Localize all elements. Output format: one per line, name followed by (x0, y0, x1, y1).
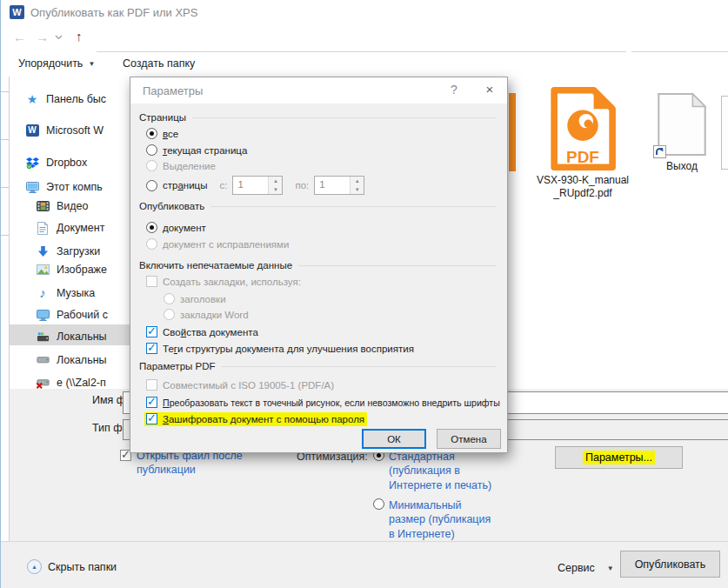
window-title: Опубликовать как PDF или XPS (30, 6, 197, 19)
checkbox-encrypt-password[interactable]: Зашифровать документ с помощью пароля (144, 412, 367, 426)
forward-icon[interactable]: → (36, 30, 49, 44)
new-folder-button[interactable]: Создать папку (123, 57, 195, 70)
sidebar-item-label: e (\\Zal2-п (57, 377, 106, 389)
organize-label: Упорядочить (18, 57, 83, 70)
hide-folders-button[interactable]: ▲ Скрыть папки (27, 559, 117, 574)
options-dialog: Параметры ? × Страницы все текущая стран… (130, 77, 508, 453)
sidebar-item-label: Dropbox (46, 157, 87, 169)
svg-text:PDF: PDF (566, 148, 599, 166)
sidebar-item-local-disk-c[interactable]: Локальны (36, 328, 107, 345)
sidebar-item-label: Локальны (57, 354, 107, 366)
options-button[interactable]: Параметры... (555, 446, 683, 469)
sidebar-item-pictures[interactable]: Изображе (36, 261, 107, 278)
sidebar-item-this-pc[interactable]: Этот компь (25, 178, 103, 196)
radio-label: закладки Word (180, 310, 249, 320)
close-icon[interactable]: × (478, 82, 501, 99)
radio-label: документ с исправлениями (163, 239, 289, 250)
group-non-printing: Включить непечатаемые данные (139, 260, 497, 271)
publish-button-label: Опубликовать (635, 558, 706, 571)
checkbox-structure-tags[interactable]: Теги структуры документа для улучшения в… (146, 343, 414, 354)
title-bar: Опубликовать как PDF или XPS (1, 0, 728, 24)
videos-icon (36, 199, 50, 213)
publish-button[interactable]: Опубликовать (620, 551, 720, 578)
to-label: по: (295, 180, 309, 190)
sidebar-item-label: Музыка (57, 287, 95, 299)
checkbox-pdfa: Совместимый с ISO 19005-1 (PDF/A) (146, 379, 334, 391)
radio-icon (146, 222, 157, 233)
checkbox-icon (146, 343, 157, 354)
help-icon[interactable]: ? (444, 83, 464, 100)
radio-word-bookmarks: закладки Word (164, 309, 249, 320)
checkbox-label: Преобразовать текст в точечный рисунок, … (163, 398, 500, 408)
sidebar-item-label: Загрузки (57, 245, 100, 257)
optimize-minimal-label: Минимальный размер (публикация в Интерне… (389, 498, 491, 541)
sidebar-item-dropbox[interactable]: Dropbox (25, 154, 87, 171)
sidebar-item-downloads[interactable]: Загрузки (36, 243, 100, 260)
publish-as-pdf-window: Опубликовать как PDF или XPS ← → ↑ › Это… (0, 0, 728, 588)
radio-label: Выделение (163, 161, 216, 171)
open-after-publish-label: Открыть файл после публикации (137, 450, 250, 477)
checkbox-icon (146, 276, 157, 287)
radio-current-page[interactable]: текущая страница (146, 144, 247, 156)
radio-label: страницы (163, 180, 207, 190)
radio-document[interactable]: документ (146, 222, 206, 233)
checkbox-label: Зашифровать документ с помощью пароля (163, 414, 364, 424)
radio-headings: заголовки (164, 293, 226, 304)
sidebar-item-label: Этот компь (46, 181, 103, 193)
stepper-arrows-icon[interactable]: ▲▼ (268, 177, 282, 194)
checkbox-document-properties[interactable]: Свойства документа (146, 326, 258, 337)
back-icon[interactable]: ← (13, 30, 26, 44)
radio-label: документ (163, 223, 206, 233)
radio-label: заголовки (180, 294, 226, 304)
radio-icon (164, 293, 175, 304)
page-from-value: 1 (233, 177, 268, 194)
word-icon (25, 124, 39, 137)
optimize-minimal-radio[interactable]: Минимальный размер (публикация в Интерне… (373, 498, 491, 541)
open-after-publish-checkbox[interactable]: Открыть файл после публикации (120, 450, 250, 477)
disk-icon (36, 353, 50, 367)
left-rail (1, 77, 10, 588)
ok-button[interactable]: ОК (362, 429, 426, 449)
ok-button-label: ОК (387, 434, 401, 444)
file-pdf[interactable]: PDF VSX-930-K_manual_RUpdf2.pdf (534, 87, 631, 200)
page-to-stepper[interactable]: 1 ▲▼ (314, 176, 364, 195)
checkbox-label: Совместимый с ISO 19005-1 (PDF/A) (163, 380, 334, 391)
shortcut-arrow-icon (653, 145, 666, 158)
chevron-down-icon: ▼ (88, 60, 95, 68)
sidebar-item-label: Видео (57, 200, 89, 212)
radio-page-range[interactable]: страницы с: 1 ▲▼ по: 1 ▲▼ (146, 176, 364, 195)
page-from-stepper[interactable]: 1 ▲▼ (232, 176, 283, 195)
cancel-button-label: Отмена (451, 434, 486, 444)
group-publish: Опубликовать (139, 201, 497, 211)
sidebar-item-music[interactable]: ♪ Музыка (36, 284, 95, 302)
optimize-standard-radio[interactable]: Стандартная (публикация в Интернете и пе… (373, 450, 504, 492)
up-icon[interactable]: ↑ (76, 29, 83, 43)
checkbox-bitmap-text[interactable]: Преобразовать текст в точечный рисунок, … (146, 397, 500, 408)
sidebar-item-documents[interactable]: Документ (36, 219, 104, 237)
file-shortcut-vykhod[interactable]: Выход (633, 92, 728, 173)
foxit-pdf-icon: PDF (550, 87, 616, 170)
quick-access-star-icon: ★ (25, 92, 39, 106)
cancel-button[interactable]: Отмена (437, 429, 501, 449)
stepper-arrows-icon[interactable]: ▲▼ (350, 177, 364, 194)
file-name: VSX-930-K_manual_RUpdf2.pdf (534, 174, 631, 200)
checkbox-label: Создать закладки, используя: (163, 277, 301, 287)
music-icon: ♪ (36, 286, 50, 300)
sidebar-item-videos[interactable]: Видео (36, 197, 89, 215)
sidebar-item-quick-access[interactable]: ★ Панель быс (25, 90, 106, 108)
highlight-wrap: Зашифровать документ с помощью пароля (144, 412, 367, 426)
radio-all-pages[interactable]: все (146, 128, 178, 139)
radio-icon (146, 160, 157, 171)
sidebar-item-microsoft-word[interactable]: Microsoft W (25, 122, 104, 139)
footer-bar: ▲ Скрыть папки Сервис ▼ Опубликовать (1, 541, 728, 588)
from-label: с: (219, 180, 227, 190)
desktop-icon (36, 308, 50, 322)
tools-dropdown[interactable]: Сервис ▼ (558, 562, 614, 574)
sidebar-item-desktop[interactable]: Рабочий с (36, 306, 108, 324)
pictures-icon (36, 263, 50, 277)
organize-button[interactable]: Упорядочить ▼ (18, 57, 95, 70)
history-chevron-icon[interactable] (55, 35, 63, 40)
dialog-title-bar: Параметры ? × (130, 77, 507, 104)
sidebar-item-local-disk-d[interactable]: Локальны (36, 351, 107, 369)
radio-label: текущая страница (163, 145, 247, 156)
